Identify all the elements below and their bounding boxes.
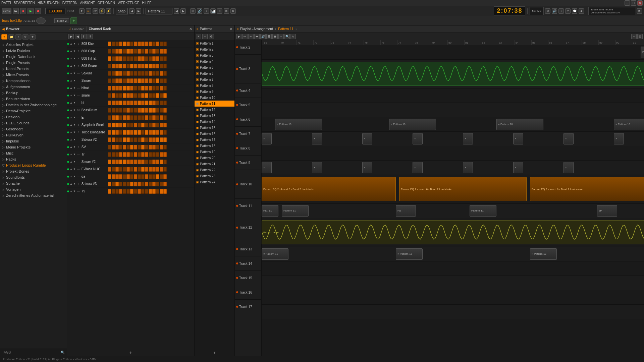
- track-block[interactable]: Pattern 11: [470, 205, 496, 217]
- track-block[interactable]: ×: [614, 133, 624, 144]
- pad-0-8[interactable]: [138, 42, 141, 46]
- pad-11-5[interactable]: [126, 123, 130, 127]
- track-label-row[interactable]: Track 8: [235, 141, 261, 156]
- sidebar-btn-folder[interactable]: 📁: [8, 34, 14, 40]
- pad-7-9[interactable]: [141, 93, 145, 98]
- sidebar-item[interactable]: ▷EEEE Sounds: [0, 120, 67, 126]
- pad-0-1[interactable]: [112, 42, 115, 46]
- pad-11-0[interactable]: [108, 123, 111, 127]
- pad-16-1[interactable]: [112, 160, 115, 164]
- channel-active-dot[interactable]: [67, 72, 69, 74]
- pad-19-3[interactable]: [119, 182, 122, 186]
- channel-arrow-down[interactable]: ▼: [73, 131, 76, 134]
- channel-arrow-up[interactable]: ▲: [70, 72, 72, 75]
- track-row[interactable]: ××××××××: [262, 132, 644, 146]
- channel-name[interactable]: Sakura #3: [80, 182, 107, 186]
- pad-4-4[interactable]: [123, 71, 126, 76]
- pattern-list-item[interactable]: ▣Pattern 5: [195, 64, 234, 70]
- pattern-prev[interactable]: ◀: [174, 8, 179, 14]
- pad-1-0[interactable]: [108, 49, 111, 54]
- sidebar-item[interactable]: ▷Aufgenommen: [0, 84, 67, 90]
- pad-1-3[interactable]: [119, 49, 122, 54]
- channel-arrow-down[interactable]: ▼: [73, 182, 76, 185]
- pad-5-9[interactable]: [141, 78, 145, 83]
- pad-16-11[interactable]: [149, 160, 152, 164]
- pad-8-1[interactable]: [112, 101, 115, 105]
- pad-1-11[interactable]: [149, 49, 152, 54]
- pad-20-3[interactable]: [119, 189, 122, 194]
- pad-2-14[interactable]: [160, 56, 163, 61]
- pad-19-4[interactable]: [123, 182, 126, 186]
- pad-13-15[interactable]: [163, 137, 167, 142]
- pad-13-1[interactable]: [112, 137, 115, 142]
- pad-4-11[interactable]: [149, 71, 152, 76]
- pad-18-4[interactable]: [123, 174, 126, 179]
- channel-name[interactable]: 808 Clap: [80, 49, 107, 53]
- menu-item-werkzeuge[interactable]: WERKZEUGE: [118, 1, 139, 5]
- pl-tool6[interactable]: 🎚: [266, 34, 272, 39]
- pad-1-4[interactable]: [123, 49, 126, 54]
- channel-arrow-down[interactable]: ▼: [73, 57, 76, 60]
- channel-row[interactable]: ▲ ▼ — 79: [67, 188, 194, 195]
- menu-item-pattern[interactable]: PATTERN: [62, 1, 77, 5]
- pad-6-12[interactable]: [152, 86, 156, 90]
- transport-icon2[interactable]: ∞: [86, 8, 91, 14]
- pad-14-1[interactable]: [112, 145, 115, 149]
- channel-row[interactable]: ▲ ▼ — E-Bass NUC: [67, 166, 194, 173]
- pad-11-8[interactable]: [138, 123, 141, 127]
- pad-14-13[interactable]: [156, 145, 159, 149]
- pad-18-6[interactable]: [130, 174, 133, 179]
- track-block[interactable]: ×: [564, 133, 574, 144]
- pad-5-2[interactable]: [115, 78, 119, 83]
- pad-6-10[interactable]: [145, 86, 148, 90]
- channel-row[interactable]: ▲ ▼ 7 Sakura #3: [67, 180, 194, 188]
- channel-active-dot[interactable]: [67, 139, 69, 141]
- pad-15-3[interactable]: [119, 152, 122, 157]
- pad-17-1[interactable]: [112, 167, 115, 172]
- pad-12-3[interactable]: [119, 130, 122, 135]
- pad-7-4[interactable]: [123, 93, 126, 98]
- transport-icon4[interactable]: ⚡: [99, 8, 105, 14]
- pad-8-11[interactable]: [149, 101, 152, 105]
- channel-arrow-up[interactable]: ▲: [70, 168, 72, 171]
- pad-11-3[interactable]: [119, 123, 122, 127]
- sidebar-item[interactable]: ▷Kanal-Presets: [0, 66, 67, 72]
- channel-name[interactable]: E-Bass NUC: [80, 167, 107, 171]
- pad-0-15[interactable]: [163, 42, 167, 46]
- pad-8-4[interactable]: [123, 101, 126, 105]
- sidebar-item[interactable]: ▽Producer Loops Rumble: [0, 162, 67, 168]
- pad-10-5[interactable]: [126, 115, 130, 120]
- sidebar-item[interactable]: ▷Mixer-Presets: [0, 72, 67, 78]
- pad-18-7[interactable]: [134, 174, 137, 179]
- menu-item-hinzufuegen[interactable]: HINZUFÜGEN: [38, 1, 60, 5]
- pad-13-9[interactable]: [141, 137, 145, 142]
- pad-7-2[interactable]: [115, 93, 119, 98]
- pad-12-14[interactable]: [160, 130, 163, 135]
- pad-5-8[interactable]: [138, 78, 141, 83]
- track-block[interactable]: × Pattern 10: [275, 119, 322, 130]
- channel-active-dot[interactable]: [67, 87, 69, 89]
- pad-17-15[interactable]: [163, 167, 167, 172]
- pattern-list-item[interactable]: ▣Pattern 12: [195, 107, 234, 113]
- pad-8-15[interactable]: [163, 101, 167, 105]
- sidebar-btn-up[interactable]: ↑: [15, 34, 21, 40]
- pad-7-11[interactable]: [149, 93, 152, 98]
- channel-arrow-down[interactable]: ▼: [73, 160, 76, 163]
- track-block[interactable]: × Pattern 10: [389, 119, 436, 130]
- pattern-list-item[interactable]: ▣Pattern 15: [195, 125, 234, 131]
- play-btn[interactable]: ▶: [28, 8, 34, 14]
- track-row[interactable]: × Pattern 11× Pattern 12× Pattern 12: [262, 247, 644, 261]
- channel-arrow-down[interactable]: ▼: [73, 153, 76, 156]
- pad-8-14[interactable]: [160, 101, 163, 105]
- pad-12-1[interactable]: [112, 130, 115, 135]
- pad-13-0[interactable]: [108, 137, 111, 142]
- pad-15-5[interactable]: [126, 152, 130, 157]
- pad-6-0[interactable]: [108, 86, 111, 90]
- pad-7-5[interactable]: [126, 93, 130, 98]
- pad-16-0[interactable]: [108, 160, 111, 164]
- track-block[interactable]: ×: [262, 162, 272, 173]
- pad-1-14[interactable]: [160, 49, 163, 54]
- pad-5-1[interactable]: [112, 78, 115, 83]
- pad-20-13[interactable]: [156, 189, 159, 194]
- pad-9-9[interactable]: [141, 108, 145, 113]
